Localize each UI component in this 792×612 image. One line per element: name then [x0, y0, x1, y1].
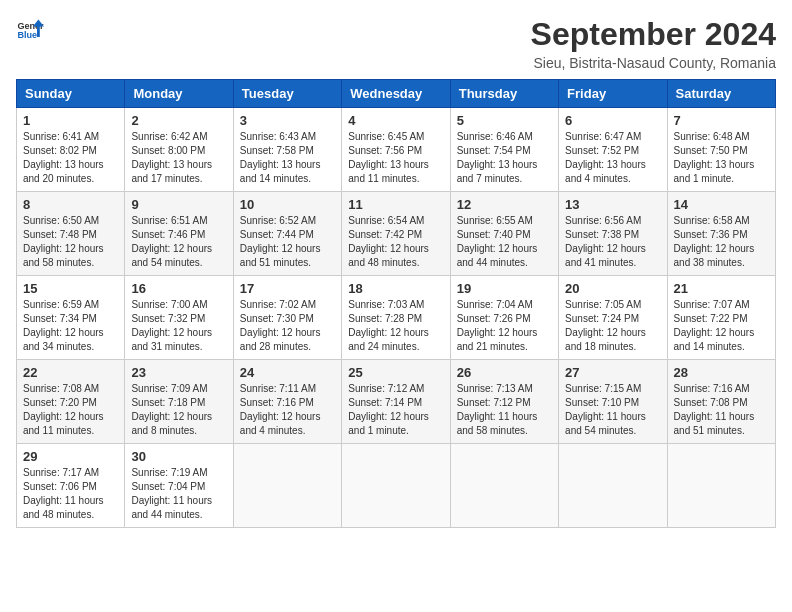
calendar-cell: 14 Sunrise: 6:58 AMSunset: 7:36 PMDaylig…	[667, 192, 775, 276]
day-info: Sunrise: 7:08 AMSunset: 7:20 PMDaylight:…	[23, 383, 104, 436]
day-number: 19	[457, 281, 552, 296]
day-info: Sunrise: 7:15 AMSunset: 7:10 PMDaylight:…	[565, 383, 646, 436]
calendar-week-4: 22 Sunrise: 7:08 AMSunset: 7:20 PMDaylig…	[17, 360, 776, 444]
day-info: Sunrise: 7:09 AMSunset: 7:18 PMDaylight:…	[131, 383, 212, 436]
day-info: Sunrise: 6:59 AMSunset: 7:34 PMDaylight:…	[23, 299, 104, 352]
weekday-header-row: SundayMondayTuesdayWednesdayThursdayFrid…	[17, 80, 776, 108]
calendar-cell: 24 Sunrise: 7:11 AMSunset: 7:16 PMDaylig…	[233, 360, 341, 444]
day-number: 13	[565, 197, 660, 212]
calendar-cell: 7 Sunrise: 6:48 AMSunset: 7:50 PMDayligh…	[667, 108, 775, 192]
day-info: Sunrise: 7:05 AMSunset: 7:24 PMDaylight:…	[565, 299, 646, 352]
day-number: 14	[674, 197, 769, 212]
calendar-cell	[450, 444, 558, 528]
day-number: 11	[348, 197, 443, 212]
day-number: 6	[565, 113, 660, 128]
calendar-cell: 18 Sunrise: 7:03 AMSunset: 7:28 PMDaylig…	[342, 276, 450, 360]
day-number: 18	[348, 281, 443, 296]
calendar-cell: 16 Sunrise: 7:00 AMSunset: 7:32 PMDaylig…	[125, 276, 233, 360]
day-info: Sunrise: 6:45 AMSunset: 7:56 PMDaylight:…	[348, 131, 429, 184]
day-number: 23	[131, 365, 226, 380]
day-number: 22	[23, 365, 118, 380]
calendar-cell: 27 Sunrise: 7:15 AMSunset: 7:10 PMDaylig…	[559, 360, 667, 444]
day-info: Sunrise: 7:17 AMSunset: 7:06 PMDaylight:…	[23, 467, 104, 520]
calendar-cell: 26 Sunrise: 7:13 AMSunset: 7:12 PMDaylig…	[450, 360, 558, 444]
day-info: Sunrise: 7:12 AMSunset: 7:14 PMDaylight:…	[348, 383, 429, 436]
calendar-cell: 11 Sunrise: 6:54 AMSunset: 7:42 PMDaylig…	[342, 192, 450, 276]
day-info: Sunrise: 7:13 AMSunset: 7:12 PMDaylight:…	[457, 383, 538, 436]
svg-text:Blue: Blue	[17, 30, 37, 40]
day-info: Sunrise: 6:48 AMSunset: 7:50 PMDaylight:…	[674, 131, 755, 184]
logo: General Blue	[16, 16, 44, 44]
calendar-cell: 8 Sunrise: 6:50 AMSunset: 7:48 PMDayligh…	[17, 192, 125, 276]
calendar-cell: 4 Sunrise: 6:45 AMSunset: 7:56 PMDayligh…	[342, 108, 450, 192]
weekday-header-sunday: Sunday	[17, 80, 125, 108]
subtitle: Sieu, Bistrita-Nasaud County, Romania	[531, 55, 776, 71]
calendar-cell: 25 Sunrise: 7:12 AMSunset: 7:14 PMDaylig…	[342, 360, 450, 444]
calendar-cell	[559, 444, 667, 528]
day-number: 29	[23, 449, 118, 464]
weekday-header-tuesday: Tuesday	[233, 80, 341, 108]
day-info: Sunrise: 6:42 AMSunset: 8:00 PMDaylight:…	[131, 131, 212, 184]
day-info: Sunrise: 6:47 AMSunset: 7:52 PMDaylight:…	[565, 131, 646, 184]
day-number: 2	[131, 113, 226, 128]
day-number: 27	[565, 365, 660, 380]
day-number: 10	[240, 197, 335, 212]
day-info: Sunrise: 7:16 AMSunset: 7:08 PMDaylight:…	[674, 383, 755, 436]
day-number: 4	[348, 113, 443, 128]
day-number: 17	[240, 281, 335, 296]
calendar-cell: 5 Sunrise: 6:46 AMSunset: 7:54 PMDayligh…	[450, 108, 558, 192]
logo-icon: General Blue	[16, 16, 44, 44]
day-info: Sunrise: 7:03 AMSunset: 7:28 PMDaylight:…	[348, 299, 429, 352]
calendar-week-5: 29 Sunrise: 7:17 AMSunset: 7:06 PMDaylig…	[17, 444, 776, 528]
day-info: Sunrise: 7:11 AMSunset: 7:16 PMDaylight:…	[240, 383, 321, 436]
day-number: 30	[131, 449, 226, 464]
calendar-cell: 12 Sunrise: 6:55 AMSunset: 7:40 PMDaylig…	[450, 192, 558, 276]
weekday-header-wednesday: Wednesday	[342, 80, 450, 108]
calendar-cell: 17 Sunrise: 7:02 AMSunset: 7:30 PMDaylig…	[233, 276, 341, 360]
day-info: Sunrise: 7:07 AMSunset: 7:22 PMDaylight:…	[674, 299, 755, 352]
day-number: 26	[457, 365, 552, 380]
day-number: 12	[457, 197, 552, 212]
day-info: Sunrise: 6:52 AMSunset: 7:44 PMDaylight:…	[240, 215, 321, 268]
calendar-cell: 28 Sunrise: 7:16 AMSunset: 7:08 PMDaylig…	[667, 360, 775, 444]
day-number: 28	[674, 365, 769, 380]
calendar-cell: 19 Sunrise: 7:04 AMSunset: 7:26 PMDaylig…	[450, 276, 558, 360]
day-info: Sunrise: 7:02 AMSunset: 7:30 PMDaylight:…	[240, 299, 321, 352]
calendar-cell	[233, 444, 341, 528]
weekday-header-monday: Monday	[125, 80, 233, 108]
calendar-cell: 3 Sunrise: 6:43 AMSunset: 7:58 PMDayligh…	[233, 108, 341, 192]
day-number: 21	[674, 281, 769, 296]
day-info: Sunrise: 6:56 AMSunset: 7:38 PMDaylight:…	[565, 215, 646, 268]
calendar-cell: 23 Sunrise: 7:09 AMSunset: 7:18 PMDaylig…	[125, 360, 233, 444]
calendar-cell: 21 Sunrise: 7:07 AMSunset: 7:22 PMDaylig…	[667, 276, 775, 360]
day-number: 1	[23, 113, 118, 128]
day-number: 5	[457, 113, 552, 128]
calendar-cell: 29 Sunrise: 7:17 AMSunset: 7:06 PMDaylig…	[17, 444, 125, 528]
day-number: 7	[674, 113, 769, 128]
day-info: Sunrise: 6:50 AMSunset: 7:48 PMDaylight:…	[23, 215, 104, 268]
day-info: Sunrise: 7:04 AMSunset: 7:26 PMDaylight:…	[457, 299, 538, 352]
day-info: Sunrise: 6:46 AMSunset: 7:54 PMDaylight:…	[457, 131, 538, 184]
calendar-cell	[667, 444, 775, 528]
day-number: 3	[240, 113, 335, 128]
day-number: 25	[348, 365, 443, 380]
page-header: General Blue September 2024 Sieu, Bistri…	[16, 16, 776, 71]
calendar-table: SundayMondayTuesdayWednesdayThursdayFrid…	[16, 79, 776, 528]
day-info: Sunrise: 6:55 AMSunset: 7:40 PMDaylight:…	[457, 215, 538, 268]
day-number: 20	[565, 281, 660, 296]
weekday-header-friday: Friday	[559, 80, 667, 108]
calendar-week-1: 1 Sunrise: 6:41 AMSunset: 8:02 PMDayligh…	[17, 108, 776, 192]
day-info: Sunrise: 6:43 AMSunset: 7:58 PMDaylight:…	[240, 131, 321, 184]
calendar-cell: 10 Sunrise: 6:52 AMSunset: 7:44 PMDaylig…	[233, 192, 341, 276]
calendar-cell: 1 Sunrise: 6:41 AMSunset: 8:02 PMDayligh…	[17, 108, 125, 192]
day-number: 24	[240, 365, 335, 380]
main-title: September 2024	[531, 16, 776, 53]
calendar-cell	[342, 444, 450, 528]
day-info: Sunrise: 7:00 AMSunset: 7:32 PMDaylight:…	[131, 299, 212, 352]
day-number: 8	[23, 197, 118, 212]
calendar-cell: 22 Sunrise: 7:08 AMSunset: 7:20 PMDaylig…	[17, 360, 125, 444]
day-info: Sunrise: 7:19 AMSunset: 7:04 PMDaylight:…	[131, 467, 212, 520]
calendar-cell: 6 Sunrise: 6:47 AMSunset: 7:52 PMDayligh…	[559, 108, 667, 192]
title-area: September 2024 Sieu, Bistrita-Nasaud Cou…	[531, 16, 776, 71]
calendar-week-3: 15 Sunrise: 6:59 AMSunset: 7:34 PMDaylig…	[17, 276, 776, 360]
